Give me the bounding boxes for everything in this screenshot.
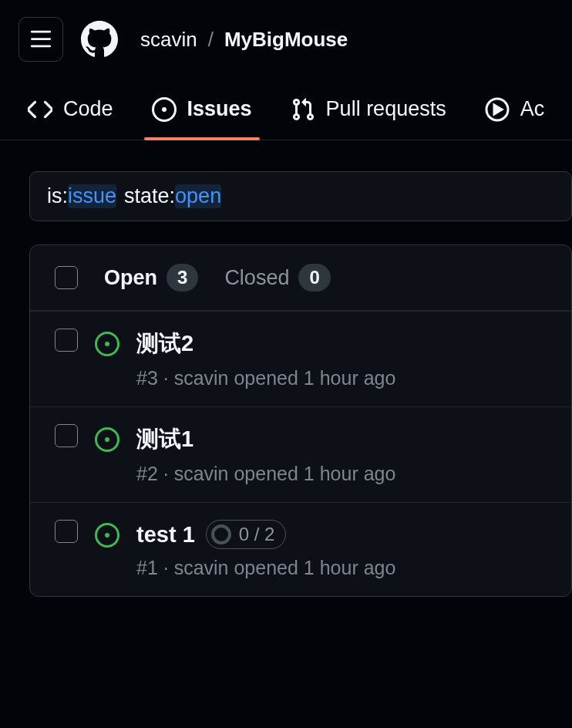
search-key-is: is: bbox=[47, 184, 68, 208]
search-key-state: state: bbox=[124, 184, 175, 208]
tab-code[interactable]: Code bbox=[28, 79, 113, 140]
play-icon bbox=[485, 97, 510, 122]
issue-meta: #1 · scavin opened 1 hour ago bbox=[136, 557, 547, 579]
tab-pulls-label: Pull requests bbox=[326, 97, 446, 121]
issue-meta: #2 · scavin opened 1 hour ago bbox=[136, 463, 547, 485]
code-icon bbox=[28, 97, 52, 122]
issue-open-icon bbox=[95, 427, 119, 452]
issue-checkbox[interactable] bbox=[55, 520, 78, 543]
hamburger-icon bbox=[29, 28, 52, 51]
issue-row: test 1 0 / 2 #1 · scavin opened 1 hour a… bbox=[30, 502, 571, 596]
breadcrumb-repo[interactable]: MyBigMouse bbox=[224, 28, 348, 52]
repo-tabs: Code Issues Pull requests Ac bbox=[0, 79, 572, 140]
search-val-issue: issue bbox=[68, 184, 116, 208]
filter-closed-label: Closed bbox=[224, 266, 289, 290]
issue-opened-icon bbox=[152, 97, 177, 122]
breadcrumb-separator: / bbox=[208, 28, 214, 52]
breadcrumb: scavin / MyBigMouse bbox=[140, 28, 348, 52]
issue-title[interactable]: 测试2 bbox=[136, 329, 193, 359]
tab-actions-label: Ac bbox=[520, 97, 545, 121]
filter-open-label: Open bbox=[104, 266, 157, 290]
issue-open-icon bbox=[95, 332, 119, 356]
pull-request-icon bbox=[291, 97, 315, 122]
github-icon bbox=[81, 21, 118, 58]
filter-closed[interactable]: Closed 0 bbox=[224, 264, 330, 292]
issue-title[interactable]: 测试1 bbox=[136, 424, 193, 455]
search-input[interactable]: is:issuestate:open bbox=[29, 171, 572, 221]
issue-meta: #3 · scavin opened 1 hour ago bbox=[136, 367, 547, 389]
issues-list: Open 3 Closed 0 测试2 #3 · scavin opened 1… bbox=[29, 244, 572, 597]
issues-list-header: Open 3 Closed 0 bbox=[30, 245, 571, 311]
hamburger-menu-button[interactable] bbox=[19, 17, 63, 62]
search-val-open: open bbox=[175, 184, 221, 208]
filter-open[interactable]: Open 3 bbox=[104, 264, 198, 292]
filter-open-count: 3 bbox=[167, 264, 198, 292]
breadcrumb-owner[interactable]: scavin bbox=[140, 28, 197, 52]
select-all-checkbox[interactable] bbox=[55, 266, 78, 289]
tab-code-label: Code bbox=[63, 97, 113, 121]
issue-open-icon bbox=[95, 523, 119, 548]
progress-text: 0 / 2 bbox=[239, 524, 275, 545]
filter-closed-count: 0 bbox=[298, 264, 330, 292]
tab-issues-label: Issues bbox=[187, 97, 252, 121]
issue-checkbox[interactable] bbox=[55, 329, 78, 352]
tab-actions[interactable]: Ac bbox=[485, 79, 545, 140]
issue-row: 测试1 #2 · scavin opened 1 hour ago bbox=[30, 406, 571, 502]
tab-pull-requests[interactable]: Pull requests bbox=[291, 79, 446, 140]
github-logo[interactable] bbox=[77, 17, 122, 62]
task-progress[interactable]: 0 / 2 bbox=[206, 520, 287, 549]
issue-checkbox[interactable] bbox=[55, 424, 78, 447]
issue-title[interactable]: test 1 bbox=[136, 522, 195, 548]
progress-ring-icon bbox=[211, 524, 231, 544]
issue-row: 测试2 #3 · scavin opened 1 hour ago bbox=[30, 311, 571, 406]
tab-issues[interactable]: Issues bbox=[152, 79, 252, 140]
